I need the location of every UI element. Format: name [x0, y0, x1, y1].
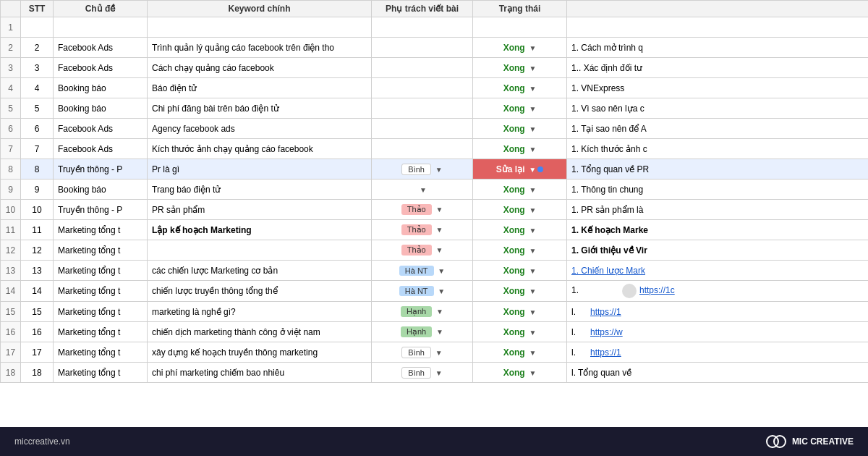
cell-keyword: chiến lược truyền thông tổng thể — [148, 281, 372, 302]
cell-trangthai[interactable]: Xong ▼ — [473, 200, 567, 220]
spreadsheet: STT Chủ đề Keyword chính Phụ trách viết … — [0, 0, 868, 427]
cell-keyword: Pr là gì — [148, 159, 372, 180]
cell-phutrach[interactable]: Thảo ▼ — [372, 220, 473, 240]
brand-icon — [766, 435, 786, 448]
cell-stt: 4 — [21, 78, 54, 98]
cell-trangthai[interactable]: Xong ▼ — [473, 322, 567, 342]
cell-keyword: chi phí marketing chiếm bao nhiêu — [148, 363, 372, 383]
row-number: 1 — [1, 17, 21, 38]
table-row[interactable]: 1212Marketing tổng tThảo ▼Xong ▼1. Giới … — [1, 240, 869, 261]
cell-stt — [21, 17, 54, 38]
cell-extra: 1. Giới thiệu về Vir — [567, 240, 869, 261]
cell-phutrach[interactable] — [372, 58, 473, 78]
cell-trangthai[interactable]: Sửa lại ▼ — [473, 159, 567, 180]
table-row[interactable]: 1010Truyền thông - PPR sản phẩmThảo ▼Xon… — [1, 200, 869, 220]
row-number: 4 — [1, 78, 21, 98]
cell-phutrach[interactable] — [372, 78, 473, 98]
cell-phutrach[interactable]: Bình ▼ — [372, 342, 473, 363]
table-row[interactable]: 88Truyền thông - PPr là gìBình ▼Sửa lại … — [1, 159, 869, 180]
cell-extra: 1. PR sản phẩm là — [567, 200, 869, 220]
col-header-chude: Chủ đề — [54, 1, 148, 17]
row-number: 11 — [1, 220, 21, 240]
table-row[interactable]: 1111Marketing tổng tLập kế hoạch Marketi… — [1, 220, 869, 240]
table-row[interactable]: 77Facebook AdsKích thước ảnh chạy quảng … — [1, 139, 869, 159]
cell-phutrach[interactable] — [372, 139, 473, 159]
table-row[interactable]: 1313Marketing tổng tcác chiến lược Marke… — [1, 261, 869, 281]
cell-keyword: Agency facebook ads — [148, 119, 372, 139]
cell-stt: 6 — [21, 119, 54, 139]
cell-trangthai[interactable]: Xong ▼ — [473, 180, 567, 200]
cell-stt: 9 — [21, 180, 54, 200]
cell-chude — [54, 17, 148, 38]
cell-trangthai[interactable]: Xong ▼ — [473, 38, 567, 58]
cell-chude: Booking báo — [54, 180, 148, 200]
cell-trangthai[interactable]: Xong ▼ — [473, 281, 567, 302]
cell-stt: 3 — [21, 58, 54, 78]
table-row[interactable]: 55Booking báoChi phí đăng bài trên báo đ… — [1, 98, 869, 119]
table-row[interactable]: 1515Marketing tổng tmarketing là nghề gì… — [1, 302, 869, 322]
cell-phutrach[interactable]: Hà NT ▼ — [372, 261, 473, 281]
cell-phutrach[interactable]: Thảo ▼ — [372, 240, 473, 261]
table-row[interactable]: 44Booking báoBáo điện tửXong ▼1. VNExpre… — [1, 78, 869, 98]
table-row[interactable]: 1414Marketing tổng tchiến lược truyền th… — [1, 281, 869, 302]
cell-phutrach[interactable]: Bình ▼ — [372, 363, 473, 383]
cell-trangthai[interactable]: Xong ▼ — [473, 119, 567, 139]
table-row[interactable]: 66Facebook AdsAgency facebook adsXong ▼1… — [1, 119, 869, 139]
cell-chude: Marketing tổng t — [54, 220, 148, 240]
cell-extra: 1. Cách mở trình q — [567, 38, 869, 58]
cell-stt: 11 — [21, 220, 54, 240]
cell-chude: Marketing tổng t — [54, 281, 148, 302]
cell-trangthai[interactable]: Xong ▼ — [473, 342, 567, 363]
cell-trangthai[interactable] — [473, 17, 567, 38]
cell-trangthai[interactable]: Xong ▼ — [473, 58, 567, 78]
table-row[interactable]: 22Facebook AdsTrình quản lý quảng cáo fa… — [1, 38, 869, 58]
table-row[interactable]: 1818Marketing tổng tchi phí marketing ch… — [1, 363, 869, 383]
cell-trangthai[interactable]: Xong ▼ — [473, 220, 567, 240]
cell-phutrach[interactable] — [372, 38, 473, 58]
cell-trangthai[interactable]: Xong ▼ — [473, 261, 567, 281]
cell-extra: 1.https://1c — [567, 281, 869, 302]
table-row[interactable]: 1717Marketing tổng txây dựng kế hoạch tr… — [1, 342, 869, 363]
cell-trangthai[interactable]: Xong ▼ — [473, 363, 567, 383]
cell-phutrach[interactable] — [372, 17, 473, 38]
table-row[interactable]: 1 — [1, 17, 869, 38]
row-number: 16 — [1, 322, 21, 342]
cell-trangthai[interactable]: Xong ▼ — [473, 98, 567, 119]
cell-extra: 1. Vì sao nên lựa c — [567, 98, 869, 119]
cell-phutrach[interactable]: Hà NT ▼ — [372, 281, 473, 302]
cell-phutrach[interactable] — [372, 98, 473, 119]
cell-trangthai[interactable]: Xong ▼ — [473, 78, 567, 98]
cell-phutrach[interactable]: Hạnh ▼ — [372, 322, 473, 342]
cell-extra: 1. Chiến lược Mark — [567, 261, 869, 281]
cell-trangthai[interactable]: Xong ▼ — [473, 240, 567, 261]
cell-trangthai[interactable]: Xong ▼ — [473, 302, 567, 322]
col-header-keyword: Keyword chính — [148, 1, 372, 17]
cell-keyword — [148, 240, 372, 261]
footer-brand: MIC CREATIVE — [766, 435, 854, 448]
cell-chude: Truyền thông - P — [54, 159, 148, 180]
row-number: 18 — [1, 363, 21, 383]
cell-trangthai[interactable]: Xong ▼ — [473, 139, 567, 159]
cell-phutrach[interactable]: ▼ — [372, 180, 473, 200]
footer-website: miccreative.vn — [14, 436, 70, 447]
cell-stt: 13 — [21, 261, 54, 281]
cell-phutrach[interactable] — [372, 119, 473, 139]
row-number: 7 — [1, 139, 21, 159]
table-row[interactable]: 99Booking báoTrang báo điện tử▼Xong ▼1. … — [1, 180, 869, 200]
cell-chude: Facebook Ads — [54, 58, 148, 78]
col-header-extra — [567, 1, 869, 17]
cell-extra: l. Tổng quan về — [567, 363, 869, 383]
selection-dot — [537, 166, 543, 172]
table-row[interactable]: 1616Marketing tổng tchiến dịch marketing… — [1, 322, 869, 342]
cell-phutrach[interactable]: Hạnh ▼ — [372, 302, 473, 322]
cell-extra: 1. Tổng quan về PR — [567, 159, 869, 180]
cell-extra: l.https://1 — [567, 342, 869, 363]
cell-keyword: các chiến lược Marketing cơ bản — [148, 261, 372, 281]
cell-stt: 7 — [21, 139, 54, 159]
cell-keyword: xây dựng kế hoạch truyền thông marketing — [148, 342, 372, 363]
col-header-trangthai: Trạng thái — [473, 1, 567, 17]
table-row[interactable]: 33Facebook AdsCách chạy quảng cáo facebo… — [1, 58, 869, 78]
cell-phutrach[interactable]: Bình ▼ — [372, 159, 473, 180]
cell-phutrach[interactable]: Thảo ▼ — [372, 200, 473, 220]
col-header-stt: STT — [21, 1, 54, 17]
